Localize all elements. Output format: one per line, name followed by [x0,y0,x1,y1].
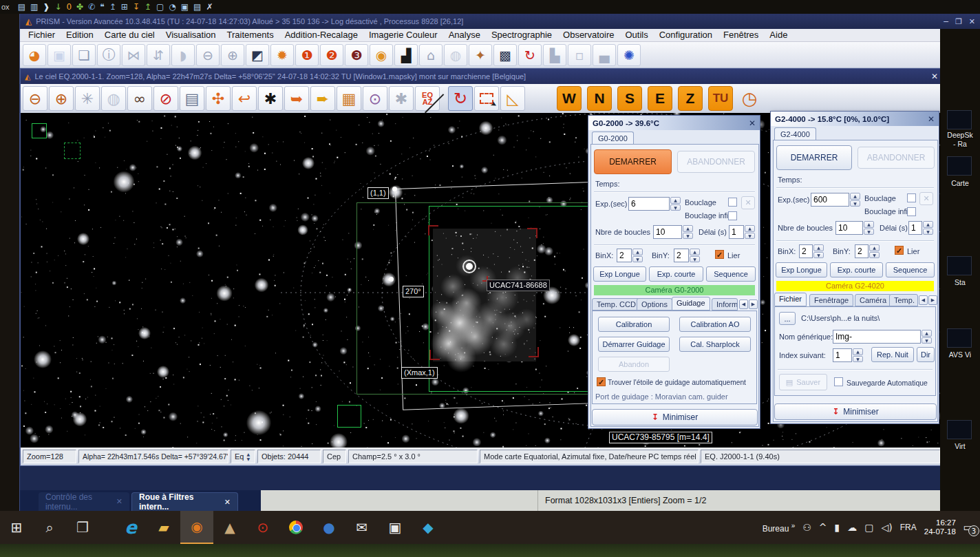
g0-delay-spinner[interactable]: ▲▼ [745,225,755,239]
g0-close-icon[interactable]: ✕ [749,118,756,128]
night-image-icon[interactable]: ▩ [493,44,517,66]
g2-sequence-button[interactable]: Sequence [886,262,935,277]
volume-icon[interactable]: ◁) [882,522,893,533]
g2-tab-temp-ccd[interactable]: Temp. CCI [889,294,918,306]
firefox-icon[interactable]: ● [312,511,345,544]
g2-exp-long-button[interactable]: Exp Longue [776,262,827,277]
zoom-out-gray-icon[interactable]: ⊖ [196,44,220,66]
g0-abandon-button[interactable]: Abandon [598,357,670,372]
g2-loop-checkbox[interactable] [907,193,916,202]
plant-icon[interactable]: ✤ [76,1,83,12]
mount-icon[interactable]: ▙ [543,44,566,66]
g0-abort-button[interactable]: ABANDONNER [677,151,755,173]
prism-taskbar-icon[interactable]: ◉ [180,511,213,544]
minimize-button[interactable]: ─ [944,17,948,26]
chat-icon[interactable]: ❝ [100,1,104,12]
menu-traitements[interactable]: Traitements [222,29,279,41]
g0-loop-stop-button[interactable]: ✕ [741,196,755,209]
g2-browse-button[interactable]: ... [779,312,796,325]
dock-tab-roue-filtres[interactable]: Roue à Filtres intern... ✕ [131,492,238,511]
focuser-icon[interactable]: ▟ [394,44,418,66]
store-icon[interactable]: ▲ [213,511,246,544]
print-icon[interactable]: ▤ [180,86,204,111]
wrench-icon[interactable]: ✦ [469,44,492,66]
camera-1-icon[interactable]: ❶ [295,44,319,66]
g0-nloops-input[interactable] [653,225,682,239]
close-icon[interactable]: ✕ [224,498,231,507]
menu-addition-recalage[interactable]: Addition-Recalage [279,29,363,41]
g2-autosave-checkbox[interactable] [834,377,843,386]
menu-edition[interactable]: Edition [61,29,99,41]
g0-delay-input[interactable] [729,225,744,239]
g2-rep-nuit-button[interactable]: Rep. Nuit [871,347,914,362]
preview-icon[interactable]: ◩ [246,44,269,66]
bureau-toolbar[interactable]: Bureau » [763,522,796,534]
g2-index-input[interactable] [833,348,852,362]
g2-nloops-spinner[interactable]: ▲▼ [864,221,874,235]
menu-observatoire[interactable]: Observatoire [557,29,619,41]
menu-aide[interactable]: Aide [764,29,793,41]
phone-icon[interactable]: ✆ [88,1,95,12]
g2-tab-scroll-right[interactable]: ▶ [928,295,937,305]
task-view-button[interactable]: ❐ [66,511,99,544]
compass-button-s[interactable]: S [617,86,642,111]
menu-analyse[interactable]: Analyse [443,29,486,41]
g0-exp-long-button[interactable]: Exp Longue [593,266,646,282]
g2-dir-button[interactable]: Dir [917,347,935,362]
g0-link-checkbox[interactable]: ✓ [715,250,724,259]
eq-spinner[interactable]: ▲▼ [246,452,250,461]
flip-icon[interactable]: ⇵ [147,44,170,66]
g0-tab-scroll-right[interactable]: ▶ [749,299,758,309]
status-segment-2[interactable]: Eq▲▼ [231,450,255,463]
power-icon[interactable]: ⊙ [246,511,279,544]
g0-minimize-button[interactable]: ↧ Minimiser [592,409,758,425]
g0-cal-sharplock-button[interactable]: Cal. Sharplock [679,337,751,352]
eq-az-icon[interactable]: EQAZ [415,86,440,111]
g2-link-checkbox[interactable]: ✓ [895,246,904,255]
half-sphere-icon[interactable]: ◗ [171,44,195,66]
compass-button-z[interactable]: Z [678,86,703,111]
g0-tab-informa[interactable]: Informa [712,298,738,311]
gear-globe-icon[interactable]: ✳ [75,86,100,111]
tools-x-icon[interactable]: ✗ [206,1,213,12]
open-icon[interactable]: ◕ [23,44,46,66]
chrome-icon[interactable] [279,511,312,544]
g2-exp-short-button[interactable]: Exp. courte [830,262,883,277]
g2-title-bar[interactable]: G2-4000 -> 15.8°C [0%, 10.0°C] ✕ [771,112,939,126]
compass-button-e[interactable]: E [648,86,672,111]
download-orange-icon[interactable]: ↧ [133,1,140,12]
forbid-icon[interactable]: ⊘ [153,86,178,111]
explorer-icon[interactable]: ▰ [147,511,180,544]
g2-nloops-input[interactable] [835,221,863,235]
goto-icon[interactable]: ➨ [310,86,335,111]
menu-carte-du-ciel[interactable]: Carte du ciel [99,29,160,41]
dome-icon[interactable]: ⌂ [419,44,443,66]
grid-icon[interactable]: ⊞ [121,1,128,12]
notification-center-button[interactable]: ▭ 3 [963,521,973,534]
g0-start-button[interactable]: DEMARRER [594,149,672,174]
g0-tab-temp-ccd[interactable]: Temp. CCD [592,298,641,311]
g2-close-icon[interactable]: ✕ [928,114,935,124]
g2-biny-input[interactable] [855,244,869,258]
g2-save-button[interactable]: ▤ Sauver [779,374,827,390]
edge-icon[interactable]: e [114,511,147,544]
sphere-icon[interactable]: ◍ [444,44,467,66]
upload-green-icon[interactable]: ↥ [145,1,151,12]
center-gray-icon[interactable]: ✱ [389,86,414,111]
undo-arrow-icon[interactable]: ➥ [284,86,309,111]
grab-icon[interactable]: ✹ [270,44,294,66]
frame-icon[interactable]: ▢ [156,1,164,12]
g0-tab-scroll-left[interactable]: ◀ [739,299,748,309]
g2-exp-input[interactable] [811,193,849,207]
g2-tab-fichier[interactable]: Fichier [774,293,807,306]
g0-calibration-ao-button[interactable]: Calibration AO [679,317,751,332]
stats-icon[interactable]: ▄ [593,44,616,66]
battery-icon[interactable]: ▮ [835,522,840,533]
upload-icon[interactable]: ↥ [109,1,116,12]
desktop-icon[interactable] [947,420,972,439]
save-icon[interactable]: ▣ [47,44,71,66]
select-rect-icon[interactable] [474,86,499,111]
info-icon[interactable]: ⓘ [97,44,120,66]
flip-arrow-icon[interactable]: ↩ [232,86,257,111]
clock-icon[interactable]: ◷ [737,86,762,111]
